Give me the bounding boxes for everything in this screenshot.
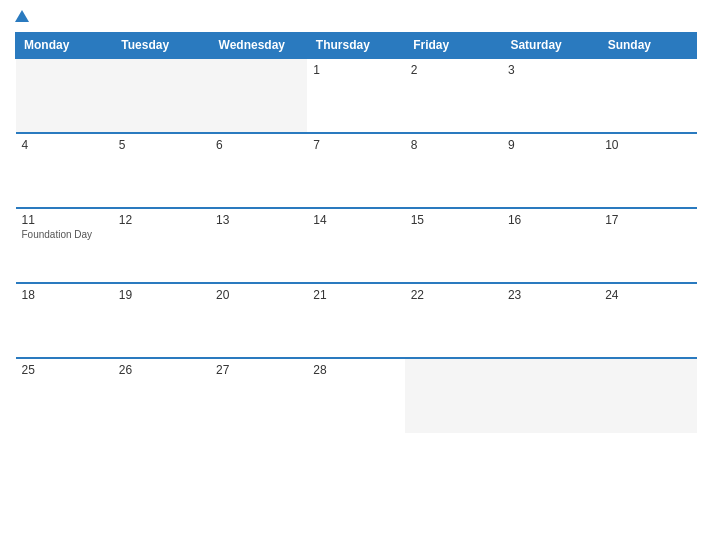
calendar-cell: 20 bbox=[210, 283, 307, 358]
weekday-header-sunday: Sunday bbox=[599, 33, 696, 59]
calendar-cell: 26 bbox=[113, 358, 210, 433]
day-number: 15 bbox=[411, 213, 496, 227]
calendar-cell: 25 bbox=[16, 358, 113, 433]
day-number: 20 bbox=[216, 288, 301, 302]
day-number: 26 bbox=[119, 363, 204, 377]
calendar-cell: 21 bbox=[307, 283, 404, 358]
holiday-label: Foundation Day bbox=[22, 229, 107, 240]
day-number: 7 bbox=[313, 138, 398, 152]
day-number: 25 bbox=[22, 363, 107, 377]
calendar-cell: 10 bbox=[599, 133, 696, 208]
day-number: 6 bbox=[216, 138, 301, 152]
calendar-cell: 23 bbox=[502, 283, 599, 358]
weekday-header-saturday: Saturday bbox=[502, 33, 599, 59]
calendar-cell: 14 bbox=[307, 208, 404, 283]
calendar-cell bbox=[210, 58, 307, 133]
day-number: 13 bbox=[216, 213, 301, 227]
calendar-week-2: 45678910 bbox=[16, 133, 697, 208]
page: MondayTuesdayWednesdayThursdayFridaySatu… bbox=[0, 0, 712, 550]
calendar-week-3: 11Foundation Day121314151617 bbox=[16, 208, 697, 283]
day-number: 18 bbox=[22, 288, 107, 302]
day-number: 4 bbox=[22, 138, 107, 152]
weekday-header-friday: Friday bbox=[405, 33, 502, 59]
calendar-header: MondayTuesdayWednesdayThursdayFridaySatu… bbox=[16, 33, 697, 59]
day-number: 14 bbox=[313, 213, 398, 227]
calendar-cell bbox=[599, 358, 696, 433]
day-number: 2 bbox=[411, 63, 496, 77]
calendar-week-1: 123 bbox=[16, 58, 697, 133]
day-number: 12 bbox=[119, 213, 204, 227]
day-number: 28 bbox=[313, 363, 398, 377]
day-number: 27 bbox=[216, 363, 301, 377]
calendar-cell bbox=[113, 58, 210, 133]
day-number: 19 bbox=[119, 288, 204, 302]
calendar-week-4: 18192021222324 bbox=[16, 283, 697, 358]
calendar-cell bbox=[502, 358, 599, 433]
day-number: 10 bbox=[605, 138, 690, 152]
calendar-cell: 12 bbox=[113, 208, 210, 283]
calendar-cell: 1 bbox=[307, 58, 404, 133]
calendar-cell bbox=[16, 58, 113, 133]
day-number: 5 bbox=[119, 138, 204, 152]
calendar-cell: 22 bbox=[405, 283, 502, 358]
day-number: 21 bbox=[313, 288, 398, 302]
calendar-cell: 16 bbox=[502, 208, 599, 283]
weekday-header-tuesday: Tuesday bbox=[113, 33, 210, 59]
calendar-cell: 15 bbox=[405, 208, 502, 283]
calendar-cell: 19 bbox=[113, 283, 210, 358]
day-number: 1 bbox=[313, 63, 398, 77]
calendar-cell: 11Foundation Day bbox=[16, 208, 113, 283]
day-number: 24 bbox=[605, 288, 690, 302]
weekday-header-thursday: Thursday bbox=[307, 33, 404, 59]
calendar-cell: 13 bbox=[210, 208, 307, 283]
weekday-header-wednesday: Wednesday bbox=[210, 33, 307, 59]
calendar-cell: 5 bbox=[113, 133, 210, 208]
calendar-cell: 2 bbox=[405, 58, 502, 133]
calendar-cell: 8 bbox=[405, 133, 502, 208]
header bbox=[15, 10, 697, 22]
day-number: 11 bbox=[22, 213, 107, 227]
calendar-table: MondayTuesdayWednesdayThursdayFridaySatu… bbox=[15, 32, 697, 433]
calendar-cell: 7 bbox=[307, 133, 404, 208]
logo-blue-row bbox=[15, 10, 31, 22]
day-number: 16 bbox=[508, 213, 593, 227]
calendar-cell: 6 bbox=[210, 133, 307, 208]
day-number: 9 bbox=[508, 138, 593, 152]
day-number: 8 bbox=[411, 138, 496, 152]
day-number: 17 bbox=[605, 213, 690, 227]
calendar-cell: 18 bbox=[16, 283, 113, 358]
logo bbox=[15, 10, 31, 22]
weekday-row: MondayTuesdayWednesdayThursdayFridaySatu… bbox=[16, 33, 697, 59]
weekday-header-monday: Monday bbox=[16, 33, 113, 59]
logo-triangle-icon bbox=[15, 10, 29, 22]
calendar-cell: 24 bbox=[599, 283, 696, 358]
calendar-cell: 28 bbox=[307, 358, 404, 433]
calendar-cell: 9 bbox=[502, 133, 599, 208]
calendar-body: 1234567891011Foundation Day1213141516171… bbox=[16, 58, 697, 433]
calendar-week-5: 25262728 bbox=[16, 358, 697, 433]
calendar-cell bbox=[405, 358, 502, 433]
day-number: 22 bbox=[411, 288, 496, 302]
day-number: 23 bbox=[508, 288, 593, 302]
day-number: 3 bbox=[508, 63, 593, 77]
calendar-cell: 27 bbox=[210, 358, 307, 433]
calendar-cell: 4 bbox=[16, 133, 113, 208]
calendar-cell: 3 bbox=[502, 58, 599, 133]
calendar-cell: 17 bbox=[599, 208, 696, 283]
